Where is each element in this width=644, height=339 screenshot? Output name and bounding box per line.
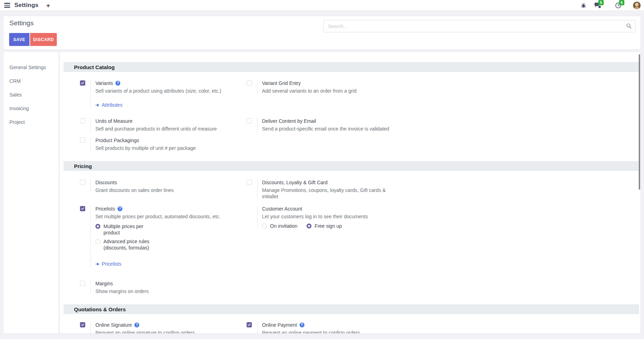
setting-title: Discounts (95, 179, 117, 186)
top-navbar: Settings + 5 6 (0, 0, 644, 11)
setting-title: Variants (95, 80, 113, 86)
search-input[interactable] (323, 20, 636, 32)
sidebar-item-crm[interactable]: CRM (4, 74, 59, 88)
radio-selected-icon[interactable] (95, 224, 100, 229)
setting-online-payment: Online Payment ? Request an online payme… (247, 322, 413, 333)
deliver-content-by-email-checkbox[interactable] (247, 118, 252, 124)
setting-discounts-loyalty-gift-card: Discounts, Loyalty & Gift Card Manage Pr… (247, 179, 413, 200)
sidebar-item-general-settings[interactable]: General Settings (4, 60, 59, 74)
setting-discounts: Discounts Grant discounts on sales order… (80, 179, 247, 193)
radio-multiple-prices[interactable]: Multiple prices per product (95, 223, 220, 236)
section-header-product-catalog: Product Catalog (63, 62, 639, 72)
settings-header-card: Settings SAVE DISCARD (4, 16, 640, 49)
app-title: Settings (14, 2, 39, 9)
margins-checkbox[interactable] (80, 281, 85, 286)
setting-title: Online Signature (95, 322, 132, 328)
radio-free-sign-up[interactable]: Free sign up (307, 223, 342, 229)
setting-product-packagings: Product Packagings Sell products by mult… (80, 137, 247, 151)
setting-margins: Margins Show margins on orders (80, 280, 247, 294)
setting-desc: Let your customers log in to see their d… (262, 213, 368, 220)
arrow-right-icon (95, 262, 100, 266)
setting-title: Deliver Content by Email (262, 118, 316, 124)
setting-customer-account: Customer Account Let your customers log … (247, 206, 413, 229)
search-icon[interactable] (626, 23, 632, 30)
hamburger-menu-icon[interactable] (4, 2, 11, 9)
setting-desc: Sell products by multiple of unit # per … (95, 145, 196, 151)
discounts-checkbox[interactable] (80, 180, 85, 185)
help-icon[interactable]: ? (300, 323, 304, 327)
page-title: Settings (9, 19, 34, 27)
sidebar-item-sales[interactable]: Sales (4, 88, 59, 101)
setting-units-of-measure: Units of Measure Sell and purchase produ… (80, 118, 247, 132)
setting-desc: Sell and purchase products in different … (95, 126, 217, 132)
section-header-pricing: Pricing (63, 161, 639, 171)
save-button[interactable]: SAVE (9, 33, 29, 46)
variant-grid-entry-checkbox[interactable] (247, 80, 252, 86)
settings-sidebar: General Settings CRM Sales Invoicing Pro… (4, 52, 59, 333)
setting-title: Pricelists (95, 206, 115, 212)
loyalty-checkbox[interactable] (247, 180, 252, 185)
online-signature-checkbox[interactable] (80, 322, 85, 327)
radio-on-invitation[interactable]: On invitation (262, 223, 297, 229)
help-icon[interactable]: ? (134, 323, 139, 327)
section-header-quotations-orders: Quotations & Orders (63, 304, 639, 314)
radio-selected-icon[interactable] (307, 224, 311, 228)
setting-desc: Grant discounts on sales order lines (95, 187, 174, 193)
messages-icon[interactable]: 5 (594, 2, 602, 9)
setting-desc: Send a product-specific email once the i… (262, 126, 389, 132)
setting-title: Margins (95, 280, 113, 287)
user-avatar[interactable] (633, 1, 641, 9)
setting-online-signature: Online Signature ? Request an online sig… (80, 322, 247, 333)
sidebar-item-project[interactable]: Project (4, 115, 59, 129)
setting-desc: Add several variants to an order from a … (262, 88, 356, 94)
setting-variants: Variants ? Sell variants of a product us… (80, 80, 247, 108)
setting-desc: Sell variants of a product using attribu… (95, 88, 221, 94)
online-payment-checkbox[interactable] (247, 322, 252, 327)
attributes-link[interactable]: Attributes (95, 102, 122, 108)
messages-count-badge: 5 (598, 0, 604, 5)
variants-checkbox[interactable] (80, 80, 85, 86)
setting-desc: Request an online signature to confirm o… (95, 330, 195, 333)
radio-unselected-icon[interactable] (262, 224, 267, 228)
pricelists-checkbox[interactable] (80, 206, 85, 211)
setting-variant-grid-entry: Variant Grid Entry Add several variants … (247, 80, 413, 94)
arrow-right-icon (95, 103, 100, 107)
activities-clock-icon[interactable]: 6 (615, 2, 622, 9)
radio-advanced-price-rules[interactable]: Advanced price rules (discounts, formula… (95, 238, 220, 251)
setting-deliver-content-by-email: Deliver Content by Email Send a product-… (247, 118, 413, 132)
plus-tab-button[interactable]: + (46, 2, 50, 9)
sidebar-item-invoicing[interactable]: Invoicing (4, 101, 59, 115)
units-of-measure-checkbox[interactable] (80, 118, 85, 124)
setting-title: Online Payment (262, 322, 297, 328)
radio-unselected-icon[interactable] (95, 239, 100, 244)
setting-pricelists: Pricelists ? Set multiple prices per pro… (80, 206, 247, 267)
setting-desc: Request an online payment to confirm ord… (262, 330, 360, 333)
pricelists-link[interactable]: Pricelists (95, 261, 121, 267)
setting-title: Variant Grid Entry (262, 80, 301, 86)
settings-main-panel: Product Catalog Variants ? Sell variants… (60, 52, 640, 333)
bug-icon[interactable] (581, 2, 586, 8)
activities-count-badge: 6 (619, 0, 624, 5)
setting-desc: Show margins on orders (95, 288, 149, 294)
setting-title: Discounts, Loyalty & Gift Card (262, 179, 328, 186)
setting-title: Units of Measure (95, 118, 133, 124)
product-packagings-checkbox[interactable] (80, 138, 85, 143)
vertical-scrollbar-thumb[interactable] (639, 54, 640, 190)
setting-title: Customer Account (262, 206, 302, 212)
setting-desc: Manage Promotions, coupons, loyalty card… (262, 187, 395, 200)
setting-title: Product Packagings (95, 137, 139, 144)
discard-button[interactable]: DISCARD (30, 33, 57, 46)
help-icon[interactable]: ? (115, 81, 120, 86)
setting-desc: Set multiple prices per product, automat… (95, 213, 220, 220)
help-icon[interactable]: ? (118, 206, 122, 211)
